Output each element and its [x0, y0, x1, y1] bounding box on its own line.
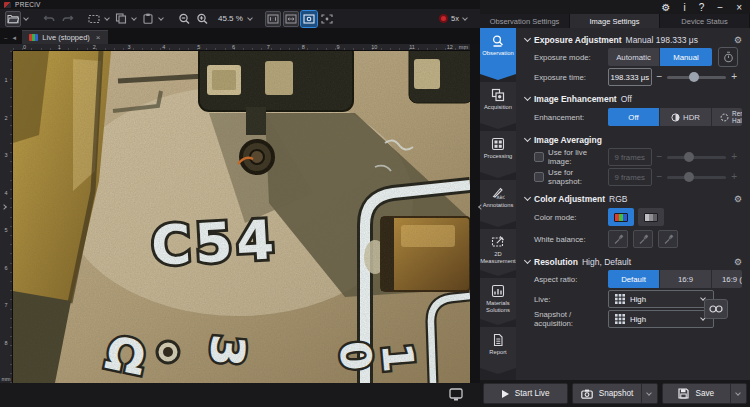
enhancement-remove-halation-button[interactable]: RemoveHalation [712, 108, 742, 126]
paste-dropdown-chevron-icon[interactable] [158, 15, 164, 21]
redo-button[interactable] [59, 11, 75, 27]
averaging-snapshot-minus[interactable]: − [657, 172, 663, 182]
section-title[interactable]: Color Adjustment [534, 194, 605, 204]
sidebar-item-label: Materials Solutions [480, 300, 516, 313]
open-dropdown-chevron-icon[interactable] [23, 15, 29, 21]
image-viewport[interactable]: Ω 3 0 1 C54 [13, 51, 470, 383]
display-info-button[interactable] [448, 387, 464, 402]
exposure-plus-button[interactable]: + [731, 72, 737, 82]
paste-button[interactable] [140, 11, 156, 27]
color-gear-icon[interactable]: ⚙ [734, 194, 742, 204]
section-title[interactable]: Resolution [534, 257, 578, 267]
exposure-minus-button[interactable]: − [657, 72, 663, 82]
workflow-sidebar: Observation Acquisition Processing ABC A… [480, 28, 516, 380]
start-live-button[interactable]: Start Live [483, 383, 568, 404]
open-file-button[interactable] [5, 11, 21, 27]
collapse-chevron-icon[interactable] [524, 194, 531, 201]
color-mode-gray-button[interactable] [638, 208, 664, 226]
minimize-button[interactable]: − [717, 0, 723, 15]
sidebar-item-report[interactable]: Report [480, 327, 516, 374]
tab-image-settings[interactable]: Image Settings [570, 14, 660, 28]
snapshot-button[interactable]: Snapshot [572, 383, 657, 404]
sidebar-item-materials-solutions[interactable]: Materials Solutions [480, 278, 516, 325]
zoom-level-value: 45.5 % [218, 14, 243, 23]
exposure-manual-button[interactable]: Manual [660, 48, 712, 66]
help-icon[interactable]: ? [699, 0, 705, 15]
resolution-snapshot-dropdown[interactable]: High [608, 310, 714, 328]
sidebar-item-acquisition[interactable]: Acquisition [480, 82, 516, 129]
tab-scroll-left-icon[interactable]: ◄ [11, 35, 17, 41]
sidebar-item-annotations[interactable]: ABC Annotations [480, 180, 516, 227]
aspect-169-4k-button[interactable]: 16:9 (4K) [712, 270, 742, 288]
select-dropdown-chevron-icon[interactable] [104, 15, 110, 21]
exposure-time-input[interactable]: 198.333 μs [608, 68, 652, 86]
zoom-out-button[interactable] [176, 11, 192, 27]
aspect-default-button[interactable]: Default [608, 270, 660, 288]
tab-scroll-dash-icon[interactable]: – [4, 35, 7, 41]
section-title[interactable]: Image Averaging [534, 135, 602, 145]
averaging-live-minus[interactable]: − [657, 152, 663, 162]
exposure-time-slider[interactable] [667, 72, 726, 82]
averaging-live-checkbox[interactable] [534, 152, 544, 162]
zoom-in-button[interactable] [194, 11, 210, 27]
enhancement-off-button[interactable]: Off [608, 108, 660, 126]
copy-button[interactable] [113, 11, 129, 27]
slider-handle[interactable] [684, 172, 694, 182]
averaging-snapshot-checkbox[interactable] [534, 172, 544, 182]
slider-handle[interactable] [689, 72, 699, 82]
fit-to-window-button[interactable] [301, 11, 317, 27]
exposure-automatic-button[interactable]: Automatic [608, 48, 660, 66]
fullscreen-view-button[interactable] [319, 11, 335, 27]
link-resolutions-button[interactable] [704, 299, 728, 319]
tab-close-icon[interactable]: × [96, 33, 101, 42]
enhancement-hdr-button[interactable]: HDR [660, 108, 712, 126]
slider-handle[interactable] [684, 152, 694, 162]
averaging-live-frames-input[interactable]: 9 frames [608, 148, 652, 166]
undo-button[interactable] [41, 11, 57, 27]
collapse-chevron-icon[interactable] [524, 35, 531, 42]
fit-width-button[interactable] [283, 11, 299, 27]
color-mode-rgb-button[interactable] [608, 208, 634, 226]
exposure-gear-icon[interactable]: ⚙ [734, 35, 742, 45]
tab-scroll-controls[interactable]: – ◄ [0, 35, 22, 44]
averaging-live-plus[interactable]: + [731, 152, 737, 162]
color-mode-label: Color mode: [534, 213, 608, 222]
close-button[interactable]: × [736, 0, 742, 15]
averaging-snapshot-plus[interactable]: + [731, 172, 737, 182]
collapse-chevron-icon[interactable] [524, 135, 531, 142]
tab-device-status[interactable]: Device Status [660, 14, 750, 28]
averaging-live-slider[interactable] [667, 152, 726, 162]
white-balance-picker-3[interactable] [658, 230, 678, 248]
save-dropdown[interactable] [730, 384, 746, 403]
averaging-snapshot-slider[interactable] [667, 172, 726, 182]
info-icon[interactable]: i [684, 0, 686, 15]
left-panel-collapse-handle[interactable] [0, 196, 7, 218]
resolution-live-dropdown[interactable]: High [608, 290, 714, 308]
snapshot-dropdown[interactable] [641, 384, 657, 403]
objective-dropdown-chevron-icon[interactable] [462, 15, 468, 21]
collapse-chevron-icon[interactable] [524, 257, 531, 264]
select-region-button[interactable] [86, 11, 102, 27]
exposure-timer-button[interactable] [718, 47, 738, 67]
white-balance-picker-1[interactable] [608, 230, 628, 248]
tab-live[interactable]: Live (stopped) × [22, 30, 107, 44]
copy-dropdown-chevron-icon[interactable] [131, 15, 137, 21]
sidebar-item-observation[interactable]: Observation [480, 28, 516, 80]
collapse-chevron-icon[interactable] [524, 94, 531, 101]
aspect-169-button[interactable]: 16:9 [660, 270, 712, 288]
resolution-gear-icon[interactable]: ⚙ [734, 257, 742, 267]
save-button[interactable]: Save [662, 383, 747, 404]
section-title[interactable]: Exposure Adjustment [534, 35, 622, 45]
white-balance-picker-2[interactable] [633, 230, 653, 248]
start-live-label: Start Live [515, 389, 550, 398]
right-panel-collapse-handle[interactable] [477, 196, 484, 218]
tab-observation-settings[interactable]: Observation Settings [480, 14, 570, 28]
settings-gear-icon[interactable]: ⚙ [662, 0, 671, 15]
sidebar-item-processing[interactable]: Processing [480, 131, 516, 178]
actual-size-button[interactable] [265, 11, 281, 27]
zoom-level-dropdown-chevron-icon[interactable] [247, 15, 253, 21]
sidebar-item-2d-measurement[interactable]: 2D Measurement [480, 229, 516, 276]
section-title[interactable]: Image Enhancement [534, 94, 617, 104]
objective-selector[interactable]: 5x [439, 14, 469, 23]
averaging-snapshot-frames-input[interactable]: 9 frames [608, 168, 652, 186]
